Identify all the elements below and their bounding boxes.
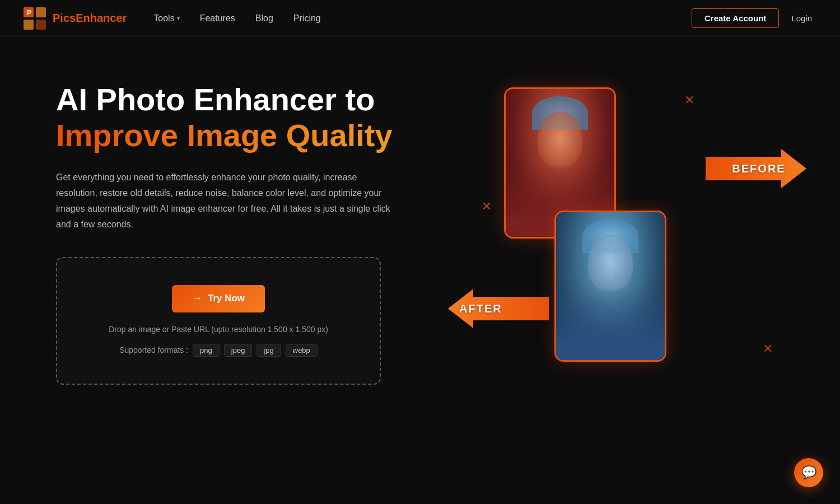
hero-description: Get everything you need to effortlessly … (56, 170, 392, 232)
navbar-left: P PicsEnhancer Tools ▾ Features Blog (22, 6, 321, 31)
before-label: BEFORE (732, 162, 785, 175)
try-now-button[interactable]: → Try Now (172, 285, 265, 312)
nav-item-pricing[interactable]: Pricing (293, 13, 321, 24)
nav-item-blog[interactable]: Blog (255, 13, 273, 24)
features-label: Features (200, 13, 235, 23)
after-head-shape (588, 235, 633, 291)
corner-x-midleft: ✕ (482, 199, 492, 214)
logo[interactable]: P PicsEnhancer (22, 6, 127, 31)
try-now-label: Try Now (208, 293, 245, 304)
headline-line2: Improve Image Quality (56, 118, 448, 153)
svg-rect-3 (36, 20, 46, 30)
nav-links: Tools ▾ Features Blog Pricing (153, 13, 320, 24)
svg-rect-2 (24, 20, 34, 30)
formats-label: Supported formats : (119, 346, 188, 354)
format-jpeg: jpeg (224, 344, 253, 357)
create-account-button[interactable]: Create Account (692, 8, 779, 28)
chat-button[interactable]: 💬 (794, 458, 823, 487)
login-button[interactable]: Login (786, 9, 818, 27)
after-label: AFTER (459, 302, 502, 315)
pricing-link[interactable]: Pricing (293, 13, 321, 23)
blog-label: Blog (255, 13, 273, 23)
chat-icon: 💬 (801, 465, 816, 480)
features-link[interactable]: Features (200, 13, 235, 23)
format-webp: webp (286, 344, 318, 357)
main-content: AI Photo Enhancer to Improve Image Quali… (0, 37, 840, 418)
drop-instructions: Drop an image or Paste URL (upto resolut… (80, 325, 357, 334)
tools-link[interactable]: Tools ▾ (153, 13, 179, 24)
navbar: P PicsEnhancer Tools ▾ Features Blog (0, 0, 840, 37)
after-arrow-shape: AFTER (448, 289, 549, 328)
format-jpg: jpg (256, 344, 281, 357)
navbar-right: Create Account Login (692, 8, 818, 28)
nav-item-features[interactable]: Features (200, 13, 235, 24)
headline-line1: AI Photo Enhancer to (56, 82, 448, 118)
svg-rect-1 (36, 7, 46, 17)
logo-icon: P (22, 6, 47, 31)
formats-row: Supported formats : png jpeg jpg webp (80, 344, 357, 357)
hero-visual: ✕ ✕ ✕ BEFORE (482, 82, 784, 373)
corner-x-topleft: ✕ (684, 93, 694, 108)
chevron-down-icon: ▾ (177, 15, 180, 21)
format-png: png (193, 344, 220, 357)
arrow-right-icon: → (192, 293, 202, 305)
before-arrow: BEFORE (706, 149, 806, 188)
tools-label: Tools (153, 13, 174, 24)
before-arrow-shape: BEFORE (706, 149, 806, 188)
blog-link[interactable]: Blog (255, 13, 273, 23)
left-content: AI Photo Enhancer to Improve Image Quali… (56, 82, 448, 385)
pricing-label: Pricing (293, 13, 321, 23)
before-head-shape (538, 111, 582, 167)
brand-name: PicsEnhancer (53, 12, 127, 25)
after-arrow: AFTER (448, 289, 549, 328)
nav-item-tools[interactable]: Tools ▾ (153, 13, 179, 24)
upload-dropzone[interactable]: → Try Now Drop an image or Paste URL (up… (56, 257, 381, 385)
after-photo-card (554, 211, 666, 362)
corner-x-bottomright: ✕ (763, 342, 773, 356)
after-photo-fill (556, 212, 665, 360)
svg-text:P: P (27, 9, 31, 17)
